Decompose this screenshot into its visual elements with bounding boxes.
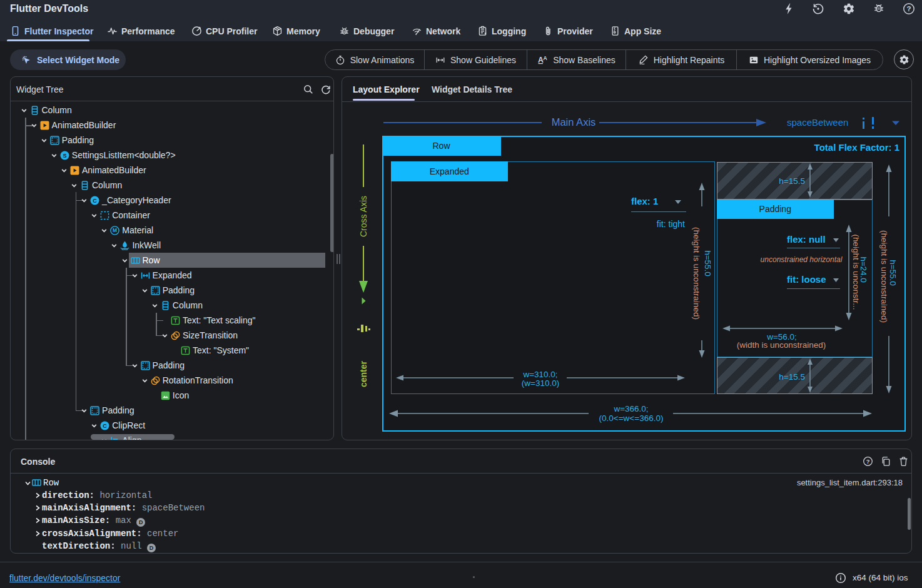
svg-text:?: ? xyxy=(866,459,870,465)
svg-text:M: M xyxy=(113,227,117,233)
svg-text:S: S xyxy=(63,152,66,158)
svg-text:C: C xyxy=(93,197,97,203)
svg-text:?: ? xyxy=(906,5,911,13)
svg-text:C: C xyxy=(103,422,107,428)
svg-text:A: A xyxy=(544,55,547,61)
